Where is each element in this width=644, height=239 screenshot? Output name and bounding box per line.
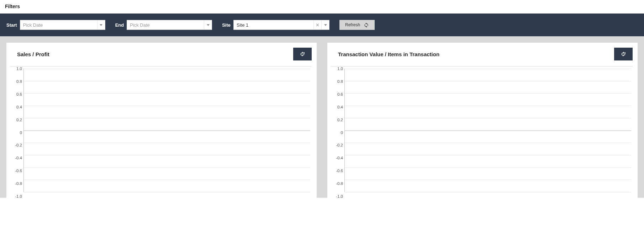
card-title: Transaction Value / Items in Transaction	[338, 51, 439, 57]
gridline	[24, 131, 310, 131]
gridline	[24, 106, 310, 106]
site-clear-button[interactable]: ✕	[313, 20, 321, 30]
y-tick-label: -0.4	[331, 156, 343, 160]
filter-end: End	[115, 20, 212, 30]
card-sales-profit: Sales / Profit 1.00.80.60.40.20-0.2-0.4-…	[6, 43, 317, 198]
gridline	[24, 93, 310, 94]
gridline	[345, 168, 631, 168]
y-tick-label: 0.6	[331, 92, 343, 96]
y-tick-label: -0.2	[331, 143, 343, 147]
plot-area	[344, 69, 631, 192]
y-tick-label: -0.6	[10, 169, 22, 173]
refresh-icon	[620, 51, 627, 57]
gridline	[24, 118, 310, 118]
y-tick-label: -0.4	[10, 156, 22, 160]
y-tick-label: -1.0	[331, 194, 343, 198]
y-tick-label: 0.8	[10, 79, 22, 84]
gridline	[345, 69, 631, 69]
site-combo[interactable]: ✕	[233, 20, 329, 30]
site-dropdown-trigger[interactable]	[321, 20, 329, 30]
plot-area	[23, 69, 310, 192]
page-title: Filters	[0, 0, 644, 14]
refresh-icon	[299, 51, 306, 57]
chart-transaction-value: 1.00.80.60.40.20-0.2-0.4-0.6-0.8-1.0	[331, 66, 633, 194]
y-tick-label: 0	[331, 131, 343, 135]
y-tick-label: 1.0	[331, 67, 343, 71]
start-label: Start	[6, 22, 17, 28]
chevron-down-icon	[207, 24, 210, 26]
gridline	[345, 81, 631, 81]
refresh-icon	[364, 22, 369, 28]
y-tick-label: 0.8	[331, 79, 343, 84]
y-tick-label: 0.6	[10, 92, 22, 96]
y-tick-label: -1.0	[10, 194, 22, 198]
y-tick-label: -0.2	[10, 143, 22, 147]
gridline	[345, 118, 631, 118]
y-tick-label: 0.2	[331, 118, 343, 122]
start-date-input[interactable]	[20, 20, 97, 30]
start-date-combo[interactable]	[20, 20, 105, 30]
y-tick-label: 0	[10, 131, 22, 135]
gridline	[24, 143, 310, 143]
gridline	[345, 192, 631, 192]
gridline	[345, 143, 631, 143]
chart-sales-profit: 1.00.80.60.40.20-0.2-0.4-0.6-0.8-1.0	[10, 66, 312, 194]
card-refresh-button[interactable]	[614, 48, 633, 60]
close-icon: ✕	[316, 23, 320, 27]
cards-row: Sales / Profit 1.00.80.60.40.20-0.2-0.4-…	[0, 36, 644, 198]
chevron-down-icon	[324, 24, 327, 26]
chevron-down-icon	[100, 24, 102, 26]
gridline	[345, 131, 631, 131]
y-tick-label: 0.4	[331, 105, 343, 109]
gridline	[24, 192, 310, 192]
refresh-button[interactable]: Refresh	[339, 20, 375, 30]
end-date-combo[interactable]	[127, 20, 212, 30]
gridline	[24, 155, 310, 155]
y-tick-label: -0.6	[331, 169, 343, 173]
end-date-dropdown-trigger[interactable]	[204, 20, 212, 30]
gridline	[24, 69, 310, 69]
refresh-button-label: Refresh	[345, 22, 360, 27]
filter-site: Site ✕	[222, 20, 329, 30]
site-label: Site	[222, 22, 231, 28]
end-label: End	[115, 22, 124, 28]
y-tick-label: 0.2	[10, 118, 22, 122]
gridline	[24, 81, 310, 81]
start-date-dropdown-trigger[interactable]	[97, 20, 105, 30]
y-tick-label: 1.0	[10, 67, 22, 71]
gridline	[345, 106, 631, 106]
card-title: Sales / Profit	[17, 51, 49, 57]
gridline	[24, 168, 310, 168]
filter-start: Start	[6, 20, 105, 30]
y-tick-label: -0.8	[10, 181, 22, 186]
card-refresh-button[interactable]	[293, 48, 312, 60]
gridline	[24, 180, 310, 180]
gridline	[345, 180, 631, 180]
end-date-input[interactable]	[127, 20, 204, 30]
site-input[interactable]	[234, 20, 313, 30]
card-header: Sales / Profit	[6, 43, 317, 64]
gridline	[345, 155, 631, 155]
card-transaction-value: Transaction Value / Items in Transaction…	[327, 43, 638, 198]
card-header: Transaction Value / Items in Transaction	[327, 43, 638, 64]
y-tick-label: -0.8	[331, 181, 343, 186]
y-tick-label: 0.4	[10, 105, 22, 109]
filter-bar: Start End Site ✕ Refresh	[0, 14, 644, 36]
gridline	[345, 93, 631, 94]
